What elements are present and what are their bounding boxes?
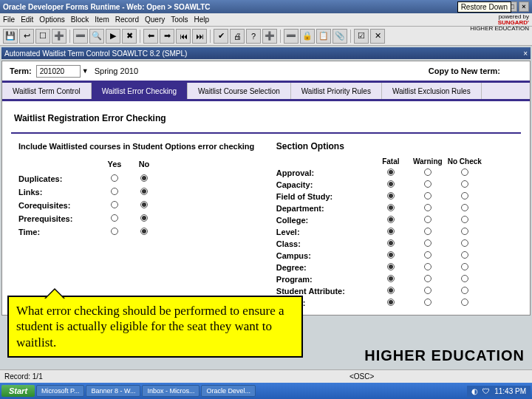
radio-nocheck[interactable] bbox=[461, 180, 468, 188]
radio-nocheck[interactable] bbox=[461, 263, 468, 270]
exec-q-icon[interactable]: ▶ bbox=[106, 29, 120, 44]
close-x-icon[interactable]: ✕ bbox=[370, 29, 385, 44]
radio-yes[interactable] bbox=[111, 228, 118, 235]
radio-no[interactable] bbox=[140, 174, 148, 182]
radio-nocheck[interactable] bbox=[461, 168, 468, 176]
menu-options[interactable]: Options bbox=[39, 16, 64, 24]
menu-edit[interactable]: Edit bbox=[21, 16, 33, 24]
radio-nocheck[interactable] bbox=[461, 287, 468, 294]
radio-fatal[interactable] bbox=[387, 239, 395, 247]
radio-warning[interactable] bbox=[424, 275, 432, 282]
lock-icon[interactable]: 🔒 bbox=[300, 29, 315, 44]
radio-fatal[interactable] bbox=[387, 251, 395, 259]
radio-warning[interactable] bbox=[424, 251, 432, 259]
radio-fatal[interactable] bbox=[387, 263, 395, 270]
next-icon[interactable]: ➡ bbox=[160, 29, 174, 44]
menu-block[interactable]: Block bbox=[71, 16, 89, 24]
tab-waitlist-error-checking[interactable]: Waitlist Error Checking bbox=[92, 83, 188, 99]
radio-fatal[interactable] bbox=[387, 275, 395, 282]
menu-item[interactable]: Item bbox=[95, 16, 109, 24]
section-option-label: Department: bbox=[276, 204, 372, 213]
radio-fatal[interactable] bbox=[387, 180, 395, 188]
radio-nocheck[interactable] bbox=[461, 204, 468, 211]
radio-nocheck[interactable] bbox=[461, 192, 468, 200]
radio-yes[interactable] bbox=[111, 201, 118, 208]
radio-warning[interactable] bbox=[424, 263, 432, 270]
radio-warning[interactable] bbox=[424, 228, 432, 235]
tab-waitlist-priority-rules[interactable]: Waitlist Priority Rules bbox=[291, 83, 382, 99]
taskbar-item[interactable]: Microsoft P... bbox=[36, 385, 84, 397]
tray-icon[interactable]: ◐ bbox=[471, 387, 478, 395]
menu-tools[interactable]: Tools bbox=[171, 16, 188, 24]
radio-nocheck[interactable] bbox=[461, 216, 468, 223]
cancel-q-icon[interactable]: ✖ bbox=[122, 29, 137, 44]
enter-q-icon[interactable]: 🔍 bbox=[89, 29, 104, 44]
clock: 11:43 PM bbox=[494, 387, 526, 395]
radio-warning[interactable] bbox=[424, 239, 432, 247]
radio-warning[interactable] bbox=[424, 192, 432, 200]
radio-nocheck[interactable] bbox=[461, 275, 468, 282]
start-button[interactable]: Start bbox=[1, 385, 35, 397]
radio-no[interactable] bbox=[140, 188, 148, 195]
save-icon[interactable]: 💾 bbox=[3, 29, 18, 44]
annotation-callout: What error checking should be performed … bbox=[7, 296, 303, 358]
taskbar-item[interactable]: Inbox - Micros... bbox=[142, 385, 200, 397]
tray-icon[interactable]: 🛡 bbox=[482, 387, 490, 395]
menu-query[interactable]: Query bbox=[145, 16, 165, 24]
rollback-icon[interactable]: ↩ bbox=[19, 29, 34, 44]
remove-icon[interactable]: ➖ bbox=[284, 29, 299, 44]
radio-nocheck[interactable] bbox=[461, 228, 468, 235]
taskbar-item[interactable]: Oracle Devel... bbox=[201, 385, 256, 397]
radio-fatal[interactable] bbox=[387, 168, 395, 176]
radio-fatal[interactable] bbox=[387, 192, 395, 200]
radio-fatal[interactable] bbox=[387, 299, 395, 306]
radio-nocheck[interactable] bbox=[461, 299, 468, 306]
prev-icon[interactable]: ⬅ bbox=[143, 29, 158, 44]
radio-warning[interactable] bbox=[424, 216, 432, 223]
menu-help[interactable]: Help bbox=[194, 16, 210, 24]
radio-fatal[interactable] bbox=[387, 216, 395, 223]
tab-waitlist-exclusion-rules[interactable]: Waitlist Exclusion Rules bbox=[382, 83, 482, 99]
radio-nocheck[interactable] bbox=[461, 251, 468, 259]
radio-no[interactable] bbox=[140, 228, 148, 235]
section-options-col: Section Options FatalWarningNo Check App… bbox=[276, 141, 521, 309]
close-button[interactable]: × bbox=[519, 1, 529, 12]
print-icon[interactable]: 🖨 bbox=[230, 29, 245, 44]
radio-fatal[interactable] bbox=[387, 287, 395, 294]
add-icon[interactable]: ➕ bbox=[262, 29, 277, 44]
radio-warning[interactable] bbox=[424, 180, 432, 188]
commit-icon[interactable]: ✔ bbox=[214, 29, 228, 44]
tab-waitlist-term-control[interactable]: Waitlist Term Control bbox=[2, 83, 92, 99]
radio-warning[interactable] bbox=[424, 287, 432, 294]
radio-fatal[interactable] bbox=[387, 228, 395, 235]
toolbar: 💾↩☐➕➖🔍▶✖⬅➡⏮⏭✔🖨?➕➖🔒📋📎☑✕ bbox=[0, 27, 532, 46]
term-input[interactable] bbox=[36, 65, 81, 78]
radio-warning[interactable] bbox=[424, 299, 432, 306]
menu-record[interactable]: Record bbox=[115, 16, 139, 24]
col-header: Fatal bbox=[372, 157, 409, 166]
radio-yes[interactable] bbox=[111, 188, 118, 195]
checkbox-icon[interactable]: ☑ bbox=[354, 29, 369, 44]
tab-waitlist-course-selection[interactable]: Waitlist Course Selection bbox=[188, 83, 291, 99]
taskbar-item[interactable]: Banner 8 - W... bbox=[86, 385, 140, 397]
help-icon[interactable]: ? bbox=[246, 29, 261, 44]
radio-fatal[interactable] bbox=[387, 204, 395, 211]
radio-yes[interactable] bbox=[111, 214, 118, 222]
radio-warning[interactable] bbox=[424, 204, 432, 211]
menu-file[interactable]: File bbox=[3, 16, 15, 24]
clipboard-icon[interactable]: 📋 bbox=[316, 29, 331, 44]
attach-icon[interactable]: 📎 bbox=[332, 29, 347, 44]
radio-nocheck[interactable] bbox=[461, 239, 468, 247]
form-close-icon[interactable]: × bbox=[523, 50, 528, 58]
radio-warning[interactable] bbox=[424, 168, 432, 176]
term-dropdown-icon[interactable]: ▼ bbox=[82, 67, 89, 75]
radio-yes[interactable] bbox=[111, 174, 118, 182]
radio-no[interactable] bbox=[140, 214, 148, 222]
col-header: Warning bbox=[409, 157, 446, 166]
select-icon[interactable]: ☐ bbox=[35, 29, 50, 44]
radio-no[interactable] bbox=[140, 201, 148, 208]
next-blk-icon[interactable]: ⏭ bbox=[192, 29, 207, 44]
delete-icon[interactable]: ➖ bbox=[73, 29, 88, 44]
prev-blk-icon[interactable]: ⏮ bbox=[176, 29, 191, 44]
insert-icon[interactable]: ➕ bbox=[52, 29, 66, 44]
